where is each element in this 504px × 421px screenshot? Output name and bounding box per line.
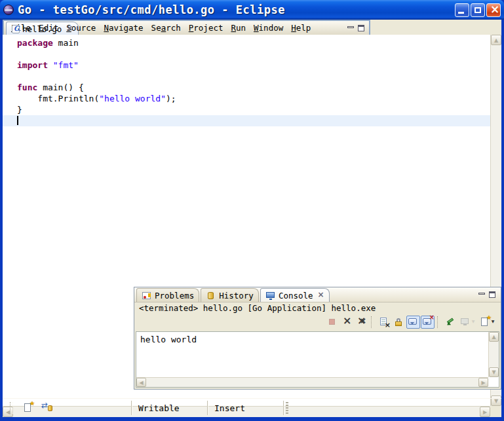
display-selected-console-button[interactable]	[458, 315, 477, 329]
maximize-console-icon	[489, 291, 495, 298]
open-console-button[interactable]: ★	[478, 315, 497, 329]
trim-page-icon: ★	[22, 403, 33, 413]
go-file-icon	[12, 25, 20, 33]
console-panel: Problems History Console <terminated> he…	[134, 287, 501, 390]
console-vertical-scrollbar[interactable]: ▲ ▼	[488, 332, 499, 377]
writable-indicator: Writable	[132, 403, 207, 413]
status-separator	[283, 401, 284, 415]
toolbar-separator	[437, 316, 441, 328]
minimize-console-button[interactable]	[478, 291, 487, 299]
current-line	[3, 115, 490, 126]
close-console-icon[interactable]	[318, 292, 324, 299]
menu-run[interactable]: Run	[227, 22, 250, 34]
scroll-left-icon[interactable]: ◀	[136, 378, 146, 387]
scroll-up-icon[interactable]: ▲	[491, 35, 501, 45]
close-tab-icon[interactable]	[66, 26, 73, 33]
show-stderr-button[interactable]: ×	[421, 316, 435, 329]
minimize-icon	[458, 12, 464, 14]
console-toolbar: × ×× × × ★	[134, 314, 501, 330]
code-line: fmt.Println("hello world");	[17, 93, 490, 104]
close-button[interactable]	[486, 3, 501, 17]
title-bar[interactable]: Go - testGo/src/cmd/hello.go - Eclipse	[0, 0, 504, 20]
history-tab-label: History	[219, 291, 254, 301]
remove-launch-button[interactable]: ×	[340, 315, 354, 329]
console-icon	[265, 291, 276, 301]
menu-edit[interactable]: Edit	[35, 22, 62, 34]
terminate-button[interactable]	[326, 315, 339, 329]
window-title: Go - testGo/src/cmd/hello.go - Eclipse	[18, 3, 285, 16]
menu-search[interactable]: Search	[147, 22, 185, 34]
display-console-icon	[459, 317, 471, 327]
open-console-icon: ★	[479, 317, 490, 327]
history-tab[interactable]: History	[201, 288, 259, 302]
remove-all-launches-button[interactable]: ××	[355, 315, 368, 329]
display-console-dropdown-icon	[471, 317, 476, 327]
console-status-line: <terminated> hello.go [Go Application] h…	[134, 302, 501, 314]
code-line: import "fmt"	[17, 60, 490, 71]
status-bar: ★ ⇄ Writable Insert	[3, 398, 501, 417]
window-client-area: File Edit Source Navigate Search Project…	[3, 20, 501, 417]
menu-bar: File Edit Source Navigate Search Project…	[3, 20, 501, 36]
console-horizontal-scrollbar[interactable]: ◀ ▶	[136, 377, 488, 387]
terminate-icon	[327, 317, 338, 327]
scroll-right-icon[interactable]: ▶	[478, 378, 488, 387]
history-icon	[206, 291, 216, 301]
maximize-editor-icon	[358, 25, 364, 31]
minimize-editor-button[interactable]	[347, 24, 356, 33]
pin-console-button[interactable]	[444, 315, 457, 329]
code-line: package main	[17, 37, 490, 48]
maximize-editor-button[interactable]	[357, 24, 366, 33]
minimize-editor-icon	[347, 26, 354, 28]
pin-console-icon	[445, 317, 456, 327]
code-line	[17, 48, 490, 60]
close-icon	[487, 4, 500, 16]
trim-synchronize-button[interactable]: ⇄	[41, 401, 54, 415]
toolbar-separator	[371, 316, 375, 328]
problems-tab-label: Problems	[155, 291, 194, 301]
show-stdout-button[interactable]	[406, 316, 420, 329]
scroll-lock-button[interactable]	[392, 315, 406, 329]
remove-all-launches-icon: ××	[356, 317, 367, 327]
clear-console-button[interactable]: ×	[378, 315, 391, 329]
status-drag-handle[interactable]	[286, 402, 288, 414]
stdout-bubble-icon	[408, 317, 419, 327]
text-caret	[17, 116, 18, 125]
console-tab[interactable]: Console	[260, 288, 330, 302]
maximize-button[interactable]	[471, 3, 485, 17]
maximize-icon	[475, 7, 481, 13]
scroll-down-icon[interactable]: ▼	[489, 367, 499, 377]
menu-project[interactable]: Project	[185, 22, 227, 34]
problems-tab[interactable]: Problems	[136, 288, 199, 302]
editor-panel: hello.go package main import "fmt" func …	[3, 20, 370, 230]
eclipse-logo-icon	[3, 5, 14, 15]
console-tab-label: Console	[279, 291, 313, 301]
menu-navigate[interactable]: Navigate	[100, 22, 147, 34]
scroll-lock-icon	[393, 317, 404, 327]
trim-synchronize-icon: ⇄	[42, 403, 53, 413]
minimize-button[interactable]	[455, 3, 469, 17]
code-line	[17, 71, 490, 82]
clear-console-icon: ×	[379, 317, 390, 327]
code-line: }	[17, 104, 490, 115]
problems-icon	[142, 291, 152, 301]
menu-help[interactable]: Help	[287, 22, 315, 34]
remove-launch-icon: ×	[341, 317, 353, 327]
window-controls	[455, 3, 501, 17]
stderr-bubble-icon: ×	[422, 317, 433, 327]
insert-mode-indicator: Insert	[208, 403, 283, 413]
trim-new-wizard-button[interactable]: ★	[21, 401, 35, 415]
trim-drag-handle[interactable]	[10, 402, 13, 414]
console-header: Problems History Console	[134, 287, 501, 302]
menu-window[interactable]: Window	[250, 22, 287, 34]
console-output-area[interactable]: hello world ▲ ▼ ◀ ▶	[136, 331, 499, 388]
minimize-console-icon	[478, 293, 485, 295]
code-line: func main() {	[17, 82, 490, 93]
console-output-text: hello world	[136, 332, 499, 348]
status-trim: ★ ⇄	[3, 401, 131, 415]
maximize-console-button[interactable]	[488, 291, 497, 299]
scroll-up-icon[interactable]: ▲	[489, 332, 499, 342]
